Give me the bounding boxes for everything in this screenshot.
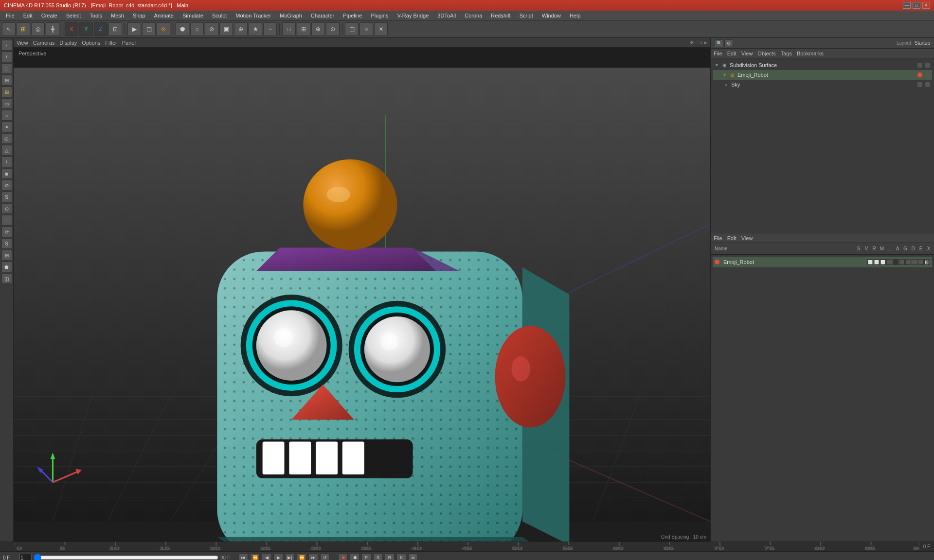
menu-create[interactable]: Create (37, 12, 61, 19)
attr-btn-e[interactable] (918, 259, 924, 265)
maximize-button[interactable]: □ (913, 2, 920, 9)
toolbar-btn-y[interactable]: Y (79, 22, 93, 36)
attr-row-emoji-robot[interactable]: Emoji_Robot ⬜ ⬜ ⬜ K (713, 257, 932, 267)
obj-mgr-settings-icon[interactable]: ⚙ (724, 39, 733, 47)
toolbar-btn-rotate[interactable]: ╋ (46, 22, 59, 36)
fps-input[interactable] (19, 554, 32, 560)
toolbar-btn-render[interactable]: ⊗ (157, 22, 170, 36)
attr-menu-edit[interactable]: Edit (727, 235, 736, 241)
btn-go-start[interactable]: ⏮ (238, 553, 248, 560)
menu-help[interactable]: Help (566, 12, 585, 19)
toolbar-btn-null[interactable]: ⊙ (326, 22, 340, 36)
btn-record[interactable]: ⏺ (338, 553, 348, 560)
toolbar-btn-floor[interactable]: ◫ (345, 22, 359, 36)
menu-motion-tracker[interactable]: Motion Tracker (232, 12, 275, 19)
toolbar-btn-subdiv[interactable]: ⊕ (311, 22, 325, 36)
left-tool-iron[interactable]: S (1, 192, 12, 202)
left-tool-sel-circle[interactable]: ○ (1, 110, 12, 121)
left-tool-uv[interactable]: ◫ (1, 273, 12, 284)
menu-mograph[interactable]: MoGraph (276, 12, 306, 19)
sky-render[interactable] (925, 82, 930, 87)
left-tool-grid[interactable]: ⊞ (1, 250, 12, 261)
attr-menu-view[interactable]: View (741, 235, 753, 241)
attr-btn-g[interactable] (905, 259, 911, 265)
attr-btn-s[interactable]: ⬜ (867, 259, 873, 265)
attr-btn-x[interactable]: K (924, 259, 930, 265)
viewport-menu-display[interactable]: Display (59, 40, 77, 46)
obj-menu-edit[interactable]: Edit (727, 51, 736, 56)
btn-loop[interactable]: ↺ (320, 553, 330, 560)
menu-character[interactable]: Character (307, 12, 338, 19)
menu-snap[interactable]: Snap (129, 12, 149, 19)
toolbar-btn-render-region[interactable]: ▶ (127, 22, 141, 36)
toolbar-btn-cursor[interactable]: ↖ (2, 22, 16, 36)
left-tool-magnet[interactable]: ◙ (1, 168, 12, 179)
btn-autokey[interactable]: ⏹ (350, 553, 359, 560)
menu-corona[interactable]: Corona (461, 12, 486, 19)
btn-go-end[interactable]: ⏭ (308, 553, 318, 560)
close-button[interactable]: ✕ (922, 2, 930, 9)
toolbar-btn-z[interactable]: Z (94, 22, 108, 36)
left-tool-knife[interactable]: / (1, 157, 12, 167)
toolbar-btn-env[interactable]: ☀ (374, 22, 388, 36)
btn-play[interactable]: ▶ (273, 553, 283, 560)
menu-plugins[interactable]: Plugins (367, 12, 392, 19)
left-tool-paint[interactable]: ✦ (1, 122, 12, 132)
menu-simulate[interactable]: Simulate (179, 12, 207, 19)
obj-row-emoji-robot[interactable]: ▼ ⊞ Emoji_Robot (713, 70, 932, 80)
left-tool-live[interactable]: ⊞ (1, 75, 12, 86)
menu-animate[interactable]: Animate (150, 12, 178, 19)
btn-param-key[interactable]: K (396, 553, 406, 560)
left-tool-poly-pen[interactable]: △ (1, 145, 12, 156)
menu-tools[interactable]: Tools (86, 12, 106, 19)
obj-menu-bookmarks[interactable]: Bookmarks (797, 51, 824, 56)
toolbar-btn-camera[interactable]: ⊕ (234, 22, 248, 36)
toolbar-btn-cube[interactable]: ⬟ (176, 22, 189, 36)
sky-vis[interactable] (917, 82, 922, 87)
attr-btn-v[interactable]: ⬜ (874, 259, 880, 265)
menu-mesh[interactable]: Mesh (107, 12, 128, 19)
attr-menu-file[interactable]: File (714, 235, 722, 241)
viewport-menu-panel[interactable]: Panel (122, 40, 136, 46)
btn-rot-key[interactable]: R (385, 553, 395, 560)
menu-sculpt[interactable]: Sculpt (208, 12, 231, 19)
viewport[interactable]: View Cameras Display Options Filter Pane… (14, 38, 710, 542)
btn-pla-key[interactable]: ☰ (408, 553, 418, 560)
left-tool-smooth[interactable]: ⊙ (1, 203, 12, 214)
toolbar-btn-cylinder[interactable]: ⊘ (205, 22, 218, 36)
btn-scale-key[interactable]: S (373, 553, 383, 560)
menu-3dtoall[interactable]: 3DToAll (433, 12, 460, 19)
toolbar-btn-light[interactable]: ★ (249, 22, 262, 36)
toolbar-btn-plane[interactable]: ▣ (219, 22, 233, 36)
toolbar-btn-extrude[interactable]: □ (282, 22, 296, 36)
left-tool-polygons[interactable]: □ (1, 63, 12, 74)
toolbar-btn-spline[interactable]: ~ (263, 22, 277, 36)
attr-btn-d[interactable] (912, 259, 917, 265)
menu-file[interactable]: File (2, 12, 18, 19)
menu-script[interactable]: Script (516, 12, 537, 19)
viewport-canvas[interactable]: Perspective Grid Spacing : 10 cm (14, 48, 710, 542)
toolbar-btn-move[interactable]: ⊞ (17, 22, 30, 36)
left-tool-edges[interactable]: / (1, 52, 12, 62)
left-tool-line[interactable]: — (1, 215, 12, 226)
menu-window[interactable]: Window (538, 12, 565, 19)
left-tool-lasso[interactable]: ◎ (1, 133, 12, 144)
viewport-menu-view[interactable]: View (17, 40, 28, 46)
obj-menu-view[interactable]: View (741, 51, 753, 56)
btn-prev-key[interactable]: ⏪ (250, 553, 260, 560)
attr-btn-m[interactable] (886, 259, 892, 265)
minimize-button[interactable]: — (903, 2, 911, 9)
attr-btn-a[interactable] (899, 259, 905, 265)
toolbar-btn-render-view[interactable]: ◫ (142, 22, 156, 36)
viewport-menu-filter[interactable]: Filter (105, 40, 117, 46)
obj-row-sky[interactable]: ○ Sky (713, 80, 932, 89)
obj-row-subdivision[interactable]: ▼ ⊞ Subdivision Surface (713, 60, 932, 70)
left-tool-move[interactable]: ⊞ (1, 87, 12, 97)
obj-menu-objects[interactable]: Objects (757, 51, 775, 56)
attr-btn-l[interactable] (893, 259, 898, 265)
viewport-menu-options[interactable]: Options (82, 40, 100, 46)
left-tool-points[interactable]: · (1, 40, 12, 51)
btn-next-frame[interactable]: ▶| (285, 553, 295, 560)
toolbar-btn-boole[interactable]: ⊞ (297, 22, 310, 36)
menu-vray[interactable]: V-Ray Bridge (393, 12, 432, 19)
